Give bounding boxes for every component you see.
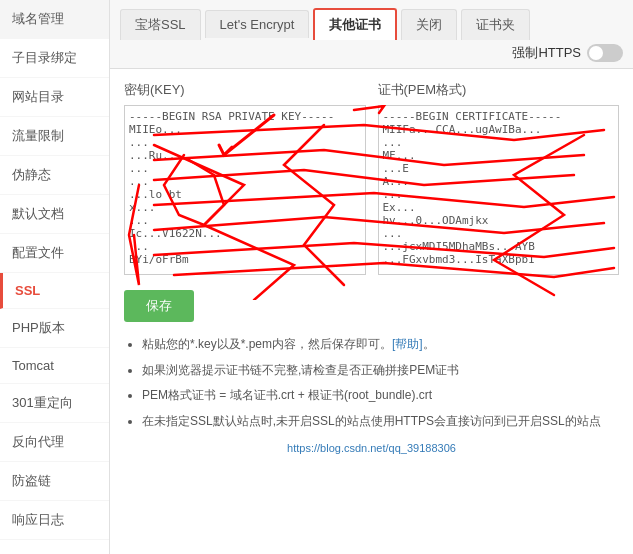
tab-certfolder[interactable]: 证书夹 <box>461 9 530 40</box>
tab-bar: 宝塔SSLLet's Encrypt其他证书关闭证书夹 强制HTTPS <box>110 0 633 69</box>
key-textarea[interactable]: -----BEGIN RSA PRIVATE KEY----- MIIEo...… <box>124 105 366 275</box>
force-https-container: 强制HTTPS <box>512 44 623 68</box>
content-area: 密钥(KEY) -----BEGIN RSA PRIVATE KEY----- … <box>110 69 633 472</box>
info-item-2: PEM格式证书 = 域名证书.crt + 根证书(root_bundle).cr… <box>142 385 619 407</box>
sidebar-item-hotlink[interactable]: 防盗链 <box>0 462 109 501</box>
watermark: https://blog.csdn.net/qq_39188306 <box>124 436 619 460</box>
key-wrapper: -----BEGIN RSA PRIVATE KEY----- MIIEo...… <box>124 105 366 278</box>
force-https-label: 强制HTTPS <box>512 44 581 62</box>
sidebar-item-php[interactable]: PHP版本 <box>0 309 109 348</box>
cert-block: 密钥(KEY) -----BEGIN RSA PRIVATE KEY----- … <box>124 81 619 278</box>
cert-textarea[interactable]: -----BEGIN CERTIFICATE----- MIIFa...CCA.… <box>378 105 620 275</box>
sidebar: 域名管理子目录绑定网站目录流量限制伪静态默认文档配置文件SSLPHP版本Tomc… <box>0 0 110 554</box>
sidebar-item-ssl[interactable]: SSL <box>0 273 109 309</box>
sidebar-item-default-doc[interactable]: 默认文档 <box>0 195 109 234</box>
tab-baota[interactable]: 宝塔SSL <box>120 9 201 40</box>
sidebar-item-proxy[interactable]: 反向代理 <box>0 423 109 462</box>
cert-row: 密钥(KEY) -----BEGIN RSA PRIVATE KEY----- … <box>124 81 619 278</box>
force-https-toggle[interactable] <box>587 44 623 62</box>
sidebar-item-webdir[interactable]: 网站目录 <box>0 78 109 117</box>
key-label: 密钥(KEY) <box>124 81 366 99</box>
cert-label: 证书(PEM格式) <box>378 81 620 99</box>
cert-wrapper: -----BEGIN CERTIFICATE----- MIIFa...CCA.… <box>378 105 620 278</box>
sidebar-item-rewrite[interactable]: 伪静态 <box>0 156 109 195</box>
sidebar-item-log[interactable]: 响应日志 <box>0 501 109 540</box>
sidebar-item-tomcat[interactable]: Tomcat <box>0 348 109 384</box>
sidebar-item-redirect[interactable]: 301重定向 <box>0 384 109 423</box>
info-item-3: 在未指定SSL默认站点时,未开启SSL的站点使用HTTPS会直接访问到已开启SS… <box>142 411 619 433</box>
sidebar-item-domain[interactable]: 域名管理 <box>0 0 109 39</box>
tab-letsencrypt[interactable]: Let's Encrypt <box>205 10 310 38</box>
info-list: 粘贴您的*.key以及*.pem内容，然后保存即可。[帮助]。如果浏览器提示证书… <box>124 334 619 432</box>
cert-col: 证书(PEM格式) -----BEGIN CERTIFICATE----- MI… <box>378 81 620 278</box>
tab-other[interactable]: 其他证书 <box>313 8 397 40</box>
sidebar-item-subdir[interactable]: 子目录绑定 <box>0 39 109 78</box>
info-item-1: 如果浏览器提示证书链不完整,请检查是否正确拼接PEM证书 <box>142 360 619 382</box>
main-content: 宝塔SSLLet's Encrypt其他证书关闭证书夹 强制HTTPS 密钥(K… <box>110 0 633 554</box>
key-col: 密钥(KEY) -----BEGIN RSA PRIVATE KEY----- … <box>124 81 366 278</box>
info-item-0: 粘贴您的*.key以及*.pem内容，然后保存即可。[帮助]。 <box>142 334 619 356</box>
sidebar-item-config[interactable]: 配置文件 <box>0 234 109 273</box>
help-link[interactable]: [帮助] <box>392 337 423 351</box>
sidebar-item-traffic[interactable]: 流量限制 <box>0 117 109 156</box>
tab-close[interactable]: 关闭 <box>401 9 457 40</box>
save-button[interactable]: 保存 <box>124 290 194 322</box>
